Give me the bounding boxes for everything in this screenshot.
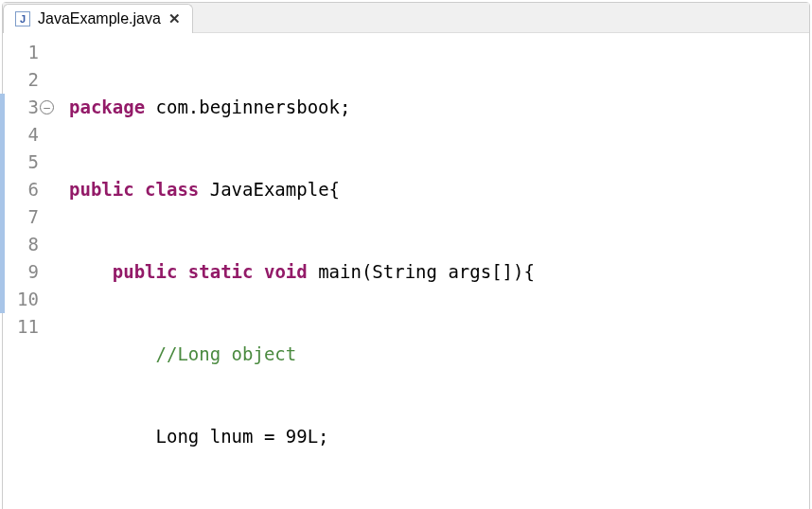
change-marker: [0, 176, 5, 203]
line-number: 4: [3, 121, 52, 149]
editor-pane: J JavaExample.java ✕ 1 2 3– 4 5 6 7 8 9 …: [2, 2, 810, 509]
close-icon[interactable]: ✕: [168, 10, 181, 27]
line-number-gutter: 1 2 3– 4 5 6 7 8 9 10 11: [3, 39, 56, 509]
code-editor[interactable]: 1 2 3– 4 5 6 7 8 9 10 11 package com.beg…: [3, 33, 809, 509]
change-marker: [0, 203, 5, 231]
line-number: 11: [3, 313, 52, 341]
change-marker: [0, 258, 5, 286]
line-number: 2: [3, 66, 52, 94]
code-line[interactable]: [69, 505, 809, 509]
code-line[interactable]: Long lnum = 99L;: [69, 423, 809, 450]
line-number: 9: [3, 258, 52, 286]
fold-minus-icon[interactable]: –: [40, 100, 54, 114]
code-line[interactable]: //Long object: [69, 341, 809, 368]
line-number: 8: [3, 231, 52, 258]
line-number: 3–: [3, 94, 52, 121]
code-line[interactable]: public class JavaExample{: [69, 176, 809, 203]
change-marker: [0, 149, 5, 176]
tab-filename: JavaExample.java: [38, 10, 161, 27]
java-file-icon: J: [15, 11, 30, 26]
line-number: 6: [3, 176, 52, 203]
editor-tab-bar: J JavaExample.java ✕: [3, 3, 809, 33]
line-number: 1: [3, 39, 52, 66]
line-number: 10: [3, 286, 52, 313]
change-marker: [0, 94, 5, 121]
code-line[interactable]: public static void main(String args[]){: [69, 258, 809, 286]
editor-tab-active[interactable]: J JavaExample.java ✕: [3, 4, 193, 33]
code-line[interactable]: package com.beginnersbook;: [69, 94, 809, 121]
change-marker: [0, 231, 5, 258]
line-number: 7: [3, 203, 52, 231]
change-marker: [0, 286, 5, 313]
change-marker: [0, 121, 5, 149]
code-content[interactable]: package com.beginnersbook; public class …: [56, 39, 809, 509]
line-number: 5: [3, 149, 52, 176]
